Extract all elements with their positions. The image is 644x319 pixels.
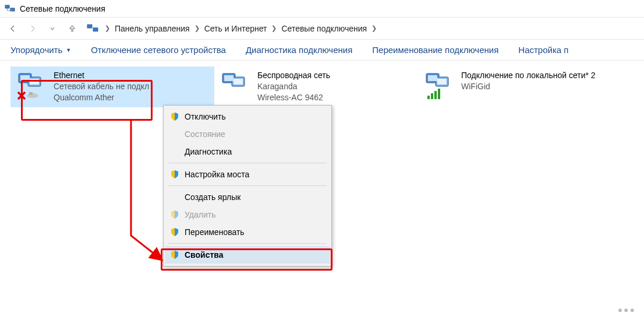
ctx-diagnose[interactable]: Диагностика [165,143,330,160]
disable-device-button[interactable]: Отключение сетевого устройства [91,45,226,55]
separator [168,185,327,186]
address-bar-icon [86,22,99,35]
ctx-label: Создать ярлык [185,192,324,202]
svg-rect-12 [224,75,233,81]
svg-rect-20 [434,91,437,99]
chevron-right-icon: ❯ [271,24,277,32]
connection-item-ethernet[interactable]: Ethernet Сетевой кабель не подкл Qualcom… [10,66,214,107]
connection-device: WiFiGid [461,81,596,92]
shield-icon [169,250,180,260]
connection-item-local[interactable]: Подключение по локальной сети* 2 WiFiGid [418,66,622,107]
svg-rect-13 [233,79,243,85]
network-adapter-icon [219,70,250,101]
chevron-right-icon: ❯ [371,24,377,32]
svg-rect-3 [93,27,98,31]
rename-connection-button[interactable]: Переименование подключения [372,45,498,55]
chevron-right-icon: ❯ [194,24,200,32]
ctx-disable[interactable]: Отключить [165,108,330,125]
forward-button[interactable] [24,20,41,37]
breadcrumb[interactable]: ❯ Панель управления ❯ Сеть и Интернет ❯ … [105,23,377,34]
connection-text: Ethernet Сетевой кабель не подкл Qualcom… [54,70,149,103]
nav-bar: ❯ Панель управления ❯ Сеть и Интернет ❯ … [0,17,644,40]
toolbar: Упорядочить▼ Отключение сетевого устройс… [0,40,644,61]
ctx-label: Диагностика [185,147,324,156]
breadcrumb-item[interactable]: Сетевые подключения [279,23,369,34]
svg-rect-16 [428,75,437,81]
connection-text: Беспроводная сеть Karaganda Wireless-AC … [257,70,330,103]
connections-list: Ethernet Сетевой кабель не подкл Qualcom… [10,66,634,107]
shield-icon [169,227,180,237]
svg-rect-0 [5,5,9,8]
ctx-status: Состояние [165,125,330,143]
ctx-bridge[interactable]: Настройка моста [165,166,330,183]
up-button[interactable] [64,20,80,37]
breadcrumb-item[interactable]: Панель управления [112,23,192,34]
connection-text: Подключение по локальной сети* 2 WiFiGid [461,70,596,92]
ctx-properties[interactable]: Свойства [165,246,330,264]
recent-dropdown[interactable] [44,20,61,37]
back-button[interactable] [5,20,21,37]
connection-title: Подключение по локальной сети* 2 [461,70,596,81]
resize-grip-icon: ●●● [618,305,636,314]
svg-rect-17 [437,79,447,85]
connection-item-wireless[interactable]: Беспроводная сеть Karaganda Wireless-AC … [214,66,418,107]
connection-status: Karaganda [257,81,330,92]
ctx-delete: Удалить [165,206,330,223]
breadcrumb-item[interactable]: Сеть и Интернет [202,23,270,34]
svg-rect-21 [438,89,440,99]
diagnose-connection-button[interactable]: Диагностика подключения [246,45,352,55]
settings-button[interactable]: Настройка п [518,45,568,55]
svg-rect-9 [29,92,33,95]
window-title: Сетевые подключения [20,4,105,13]
context-menu: Отключить Состояние Диагностика Настройк… [163,105,332,267]
connection-title: Беспроводная сеть [257,70,330,81]
svg-rect-7 [30,79,39,85]
ctx-label: Состояние [185,129,324,139]
svg-rect-6 [20,75,30,81]
connection-device: Wireless-AC 9462 [257,92,330,103]
connection-status: Сетевой кабель не подкл [54,81,149,92]
shield-icon [169,209,180,220]
chevron-down-icon: ▼ [66,47,71,53]
ctx-label: Удалить [185,210,324,219]
shield-icon [169,111,180,122]
ctx-label: Настройка моста [185,170,324,179]
network-connections-icon [5,3,15,14]
ctx-label: Отключить [185,112,324,121]
ethernet-disconnected-icon [15,70,47,101]
separator [168,243,327,244]
ctx-shortcut[interactable]: Создать ярлык [165,188,330,206]
svg-rect-19 [431,93,433,99]
organize-menu[interactable]: Упорядочить▼ [10,45,71,55]
ctx-label: Свойства [185,250,324,260]
shield-icon [169,169,180,180]
svg-rect-18 [427,96,430,99]
connection-device: Qualcomm Ather [54,92,149,103]
ctx-rename[interactable]: Переименовать [165,223,330,241]
svg-rect-2 [87,24,92,28]
chevron-right-icon: ❯ [105,24,110,32]
title-bar: Сетевые подключения [0,0,644,17]
ctx-label: Переименовать [185,227,324,237]
connection-title: Ethernet [54,70,149,81]
separator [168,163,327,163]
wifi-signal-icon [423,70,454,101]
